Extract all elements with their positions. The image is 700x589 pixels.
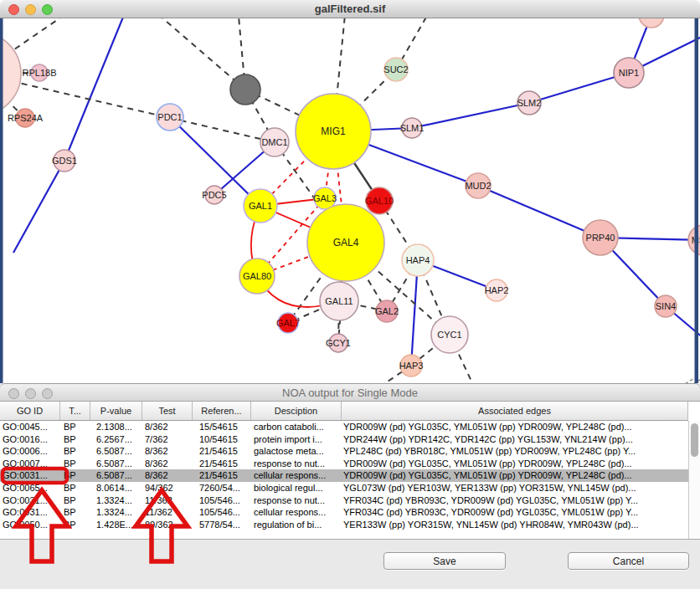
cell: 105/546... [193, 506, 251, 519]
node-label-GAL80: GAL80 [243, 271, 271, 281]
node-label-PDC5: PDC5 [202, 190, 226, 200]
cell: 8/362 [142, 421, 193, 433]
table-row[interactable]: GO:0031...BP1.3324...11/362105/546...cel… [0, 506, 688, 519]
network-window-title: galFiltered.sif [0, 3, 700, 15]
node-label-GAL4: GAL4 [333, 237, 359, 248]
node-label-SLM2: SLM2 [517, 98, 542, 108]
cell: BP [60, 519, 90, 531]
cell: 94/362 [142, 482, 193, 494]
network-graph: RPL18BRPS24AGDS1PDC1PDC5DMC1MIG1SUC2SLM1… [0, 18, 700, 383]
cell: GO:0065... [0, 482, 60, 494]
cell: YDR009W (pd) YGL035C, YML051W (pp) YDR00… [342, 458, 688, 470]
cell: 11/362 [142, 506, 193, 519]
node-TOP1[interactable] [639, 18, 664, 28]
table-row[interactable]: GO:0050...BP1.428E...80/3625778/54...reg… [0, 519, 688, 531]
column-header-test[interactable]: Test [142, 402, 193, 420]
table-row[interactable]: GO:0031...BP1.3324...11/362105/546...res… [0, 494, 688, 507]
edge-MUD2-PRP40 [478, 186, 600, 238]
node-label-GAL1: GAL1 [249, 201, 272, 211]
node-label-PRP40: PRP40 [586, 233, 615, 243]
node-label-CYC1: CYC1 [437, 330, 461, 340]
column-header-desciption[interactable]: Desciption [251, 402, 342, 420]
cell: BP [60, 482, 90, 494]
edge-SLM1-SLM2 [412, 103, 529, 128]
network-titlebar[interactable]: galFiltered.sif [0, 0, 700, 18]
cell: 6.2567... [90, 433, 142, 446]
noa-window-title: NOA output for Single Mode [0, 387, 700, 399]
cell: YDR009W (pd) YGL035C, YML051W (pp) YDR00… [342, 469, 688, 482]
cell: BP [60, 421, 90, 433]
network-canvas[interactable]: RPL18BRPS24AGDS1PDC1PDC5DMC1MIG1SUC2SLM1… [0, 18, 700, 383]
cell: 15/54615 [193, 421, 251, 433]
node-label-SLM1: SLM1 [400, 123, 425, 133]
cell: BP [60, 445, 90, 458]
cell: 2.1308... [90, 421, 142, 433]
table-row[interactable]: GO:0031...BP6.5087...8/36221/54615cellul… [0, 469, 688, 482]
table-row[interactable]: GO:0007...BP6.5087...8/36221/54615respon… [0, 458, 688, 470]
canvas-right-border [695, 18, 699, 383]
cell: GO:0016... [0, 433, 60, 446]
node-label-GDS1: GDS1 [52, 156, 77, 166]
cell: 8.0614... [90, 482, 142, 494]
table-row[interactable]: GO:0065...BP8.0614...94/3627260/54...bio… [0, 482, 688, 494]
cell: GO:0045... [0, 421, 60, 433]
node-label-RPS24A: RPS24A [8, 113, 44, 123]
edge-GRAY- [147, 18, 245, 90]
column-header-associated-edges[interactable]: Associated edges [342, 402, 688, 420]
cell: regulation of bi... [251, 519, 342, 531]
cell: 6.5087... [90, 458, 142, 470]
canvas-left-border [0, 18, 3, 383]
cell: 21/54615 [193, 469, 251, 482]
table-row[interactable]: GO:0045...BP2.1308...8/36215/54615carbon… [0, 421, 688, 433]
screen: galFiltered.sif RPL18BRPS24AGDS1PDC1PDC5… [0, 0, 700, 589]
cell: 7/362 [142, 433, 193, 446]
node-label-RPL18B: RPL18B [23, 68, 57, 78]
column-header-t-[interactable]: T... [60, 402, 90, 420]
cell: 8/362 [142, 458, 193, 470]
cell: 8/362 [142, 469, 193, 482]
table-body: GO:0045...BP2.1308...8/36215/54615carbon… [0, 421, 688, 530]
cancel-button[interactable]: Cancel [568, 552, 689, 570]
cell: response to nut... [251, 458, 342, 470]
cell: GO:0031... [0, 469, 60, 482]
cell: YFR034C (pd) YBR093C, YDR009W (pd) YGL03… [342, 494, 688, 507]
save-button[interactable]: Save [383, 552, 506, 570]
node-label-GAL2: GAL2 [375, 306, 399, 316]
cell: YFR034C (pd) YBR093C, YDR009W (pd) YGL03… [342, 506, 688, 519]
scrollbar-thumb[interactable] [691, 423, 698, 457]
node-label-DMC1: DMC1 [261, 137, 287, 147]
node-label-PDC1: PDC1 [157, 112, 182, 122]
cell: 10/54615 [193, 433, 251, 446]
cell: biological regul... [251, 482, 342, 494]
noa-titlebar[interactable]: NOA output for Single Mode [0, 383, 700, 402]
cell: carbon cataboli... [251, 421, 342, 433]
table-scrollbar[interactable] [688, 421, 700, 539]
column-header-p-value[interactable]: P-value [90, 402, 142, 420]
cell: 105/546... [193, 494, 251, 507]
cell: YDR244W (pp) YDR142C, YDR142C (pp) YGL15… [342, 433, 688, 446]
node-BIGL[interactable] [0, 32, 21, 115]
cell: 6.5087... [90, 445, 142, 458]
cell: 7260/54... [193, 482, 251, 494]
dialog-button-bar: Save Cancel [0, 540, 700, 589]
cell: 1.428E... [90, 519, 142, 531]
cell: GO:0031... [0, 494, 60, 507]
node-label-GAL10: GAL10 [365, 196, 394, 206]
node-label-HAP3: HAP3 [399, 361, 424, 371]
cell: BP [60, 469, 90, 482]
node-label-SIN4: SIN4 [656, 301, 676, 311]
cell: 5778/54... [193, 519, 251, 531]
cell: 21/54615 [193, 445, 251, 458]
cell: 80/362 [142, 519, 193, 531]
node-label-HAP2: HAP2 [485, 285, 509, 295]
table-row[interactable]: GO:0006...BP6.5087...8/36221/54615galact… [0, 445, 688, 458]
node-label-GAL3: GAL3 [313, 193, 337, 203]
noa-results-table: GO IDT...P-valueTestReferen...Desciption… [0, 402, 700, 540]
node-GRAY[interactable] [230, 74, 260, 105]
column-header-go-id[interactable]: GO ID [0, 402, 60, 420]
cell: YDR009W (pd) YGL035C, YML051W (pp) YDR00… [342, 421, 688, 433]
column-header-referen-[interactable]: Referen... [193, 402, 251, 420]
node-label-GAL11: GAL11 [325, 296, 353, 306]
table-row[interactable]: GO:0016...BP6.2567...7/36210/54615protei… [0, 433, 688, 446]
cell: 6.5087... [90, 469, 142, 482]
